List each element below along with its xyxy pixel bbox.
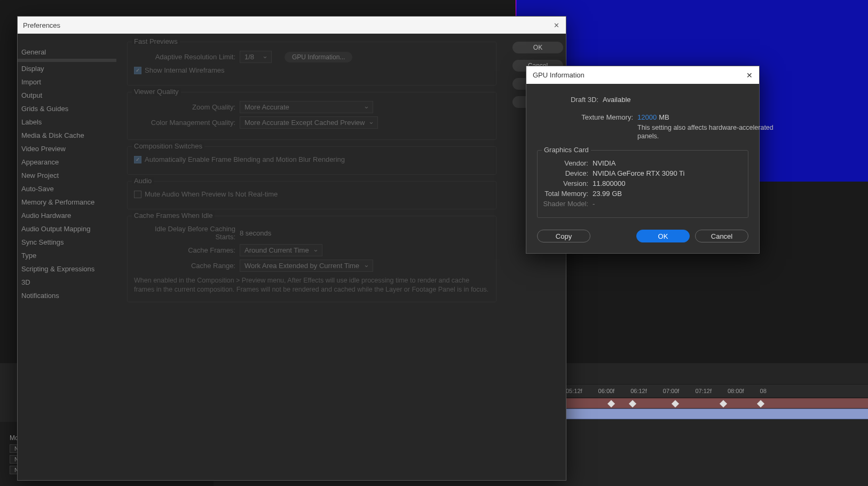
timeline-track[interactable]: [566, 409, 868, 419]
preferences-dialog: Preferences ✕ General Display Import Out…: [17, 16, 566, 481]
sidebar-item-import[interactable]: Import: [18, 75, 116, 89]
sidebar-item-grids[interactable]: Grids & Guides: [18, 102, 116, 115]
sidebar-item-audio-output[interactable]: Audio Output Mapping: [18, 222, 116, 236]
gpu-dialog-titlebar[interactable]: GPU Information ✕: [526, 66, 759, 84]
cache-help-text: When enabled in the Composition > Previe…: [134, 276, 490, 294]
show-wireframes-label: Show Internal Wireframes: [145, 66, 225, 74]
adaptive-resolution-select[interactable]: 1/8: [240, 51, 272, 63]
section-title: Graphics Card: [542, 146, 591, 154]
sidebar-item-labels[interactable]: Labels: [18, 115, 116, 129]
adaptive-resolution-label: Adaptive Resolution Limit:: [134, 53, 235, 61]
timeline-tick: 07:00f: [663, 388, 680, 394]
texture-memory-label: Texture Memory:: [537, 113, 633, 121]
composition-switches-section: Composition Switches Automatically Enabl…: [127, 146, 496, 175]
keyframe-icon[interactable]: [607, 400, 615, 407]
timeline-tick: 08:00f: [728, 388, 744, 394]
timeline-tracks[interactable]: [566, 398, 868, 425]
auto-frame-blend-checkbox[interactable]: [134, 156, 141, 163]
graphics-card-group: Graphics Card Vendor:NVIDIA Device:NVIDI…: [537, 150, 748, 218]
keyframe-icon[interactable]: [757, 400, 764, 407]
timeline-tick: 06:12f: [630, 388, 647, 394]
texture-memory-value[interactable]: 12000: [637, 113, 657, 121]
timeline-tick: 07:12f: [695, 388, 712, 394]
preferences-content: Fast Previews Adaptive Resolution Limit:…: [116, 34, 507, 480]
sidebar-item-output[interactable]: Output: [18, 89, 116, 102]
keyframe-icon[interactable]: [720, 400, 727, 407]
shader-model-label: Shader Model:: [543, 200, 588, 208]
audio-section: Audio Mute Audio When Preview Is Not Rea…: [127, 181, 496, 209]
cache-frames-select[interactable]: Around Current Time: [240, 244, 322, 256]
dialog-title: GPU Information: [533, 71, 585, 79]
sidebar-item-new-project[interactable]: New Project: [18, 169, 116, 182]
color-mgmt-label: Color Management Quality:: [134, 119, 235, 127]
total-memory-value: 23.99 GB: [593, 190, 622, 198]
zoom-quality-select[interactable]: More Accurate: [240, 101, 373, 113]
vendor-value: NVIDIA: [593, 159, 616, 167]
fast-previews-section: Fast Previews Adaptive Resolution Limit:…: [127, 42, 496, 85]
auto-frame-blend-label: Automatically Enable Frame Blending and …: [145, 155, 345, 163]
section-title: Fast Previews: [132, 37, 180, 45]
sidebar-item-notifications[interactable]: Notifications: [18, 289, 116, 302]
shader-model-value: -: [593, 200, 595, 208]
close-icon[interactable]: ✕: [552, 21, 561, 29]
section-title: Viewer Quality: [132, 88, 181, 96]
device-label: Device:: [543, 169, 588, 177]
sidebar-item-scripting[interactable]: Scripting & Expressions: [18, 262, 116, 276]
section-title: Audio: [132, 177, 154, 185]
total-memory-label: Total Memory:: [543, 190, 588, 198]
timeline-ruler[interactable]: 05:12f 06:00f 06:12f 07:00f 07:12f 08:00…: [566, 384, 868, 398]
sidebar-item-general[interactable]: General: [18, 45, 116, 59]
sidebar-item-3d[interactable]: 3D: [18, 276, 116, 289]
draft-3d-value: Available: [603, 96, 631, 104]
timeline-tick: 06:00f: [598, 388, 615, 394]
ok-button[interactable]: OK: [512, 42, 563, 53]
section-title: Cache Frames When Idle: [132, 211, 215, 220]
sidebar-item-type[interactable]: Type: [18, 249, 116, 262]
sidebar-item-display[interactable]: Display: [18, 62, 116, 75]
sidebar-item-appearance[interactable]: Appearance: [18, 155, 116, 169]
close-icon[interactable]: ✕: [746, 71, 753, 80]
preferences-category-list: General Display Import Output Grids & Gu…: [18, 34, 116, 480]
cache-range-select[interactable]: Work Area Extended by Current Time: [240, 260, 373, 272]
sidebar-item-memory[interactable]: Memory & Performance: [18, 195, 116, 209]
device-value: NVIDIA GeForce RTX 3090 Ti: [593, 169, 684, 177]
keyframe-icon[interactable]: [672, 400, 679, 407]
zoom-quality-label: Zoom Quality:: [134, 103, 235, 111]
texture-memory-note: This setting also affects hardware-accel…: [637, 123, 776, 140]
idle-delay-label: Idle Delay Before Caching Starts:: [134, 225, 235, 241]
version-label: Version:: [543, 179, 588, 187]
mute-audio-label: Mute Audio When Preview Is Not Real-time: [145, 190, 278, 198]
vendor-label: Vendor:: [543, 159, 588, 167]
preferences-titlebar[interactable]: Preferences ✕: [18, 17, 566, 34]
viewer-quality-section: Viewer Quality Zoom Quality: More Accura…: [127, 92, 496, 140]
mute-audio-checkbox[interactable]: [134, 191, 141, 198]
sidebar-item-auto-save[interactable]: Auto-Save: [18, 182, 116, 195]
timeline-track[interactable]: [566, 398, 868, 409]
gpu-information-dialog: GPU Information ✕ Draft 3D: Available Te…: [526, 66, 760, 254]
ok-button[interactable]: OK: [636, 230, 690, 242]
texture-memory-unit: MB: [659, 113, 669, 121]
sidebar-item-sync[interactable]: Sync Settings: [18, 236, 116, 249]
draft-3d-label: Draft 3D:: [537, 96, 598, 104]
timeline-tick: 05:12f: [566, 388, 582, 394]
color-mgmt-select[interactable]: More Accurate Except Cached Preview: [240, 116, 378, 129]
timeline-tick: 08: [760, 388, 767, 394]
cache-frames-label: Cache Frames:: [134, 246, 235, 254]
sidebar-item-video-preview[interactable]: Video Preview: [18, 142, 116, 155]
sidebar-item-audio-hardware[interactable]: Audio Hardware: [18, 209, 116, 222]
idle-delay-value[interactable]: 8 seconds: [240, 229, 271, 237]
copy-button[interactable]: Copy: [537, 230, 590, 242]
cancel-button[interactable]: Cancel: [695, 230, 748, 242]
cache-range-label: Cache Range:: [134, 262, 235, 270]
cache-frames-section: Cache Frames When Idle Idle Delay Before…: [127, 216, 496, 302]
keyframe-icon[interactable]: [629, 400, 636, 407]
sidebar-item-media-cache[interactable]: Media & Disk Cache: [18, 129, 116, 142]
section-title: Composition Switches: [132, 142, 204, 150]
dialog-title: Preferences: [23, 21, 60, 29]
gpu-information-button[interactable]: GPU Information...: [285, 52, 352, 62]
version-value: 11.800000: [593, 179, 625, 187]
show-wireframes-checkbox[interactable]: [134, 67, 141, 74]
